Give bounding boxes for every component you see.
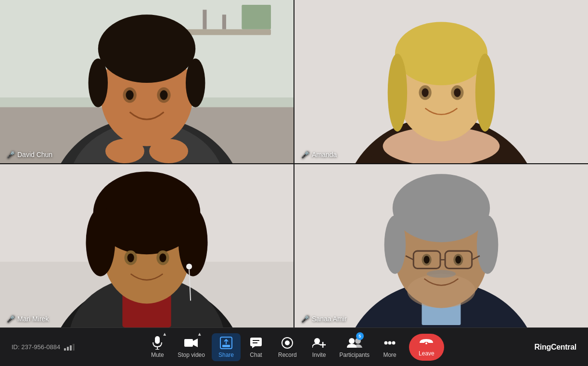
name-label-david: 🎤 David Chun xyxy=(7,151,52,158)
name-label-mari: 🎤 Mari Mirek xyxy=(7,315,49,323)
svg-point-84 xyxy=(285,340,290,345)
mute-chevron: ▲ xyxy=(162,331,167,337)
svg-point-88 xyxy=(349,338,355,344)
svg-point-72 xyxy=(455,256,461,263)
more-label: More xyxy=(383,352,396,358)
share-label: Share xyxy=(218,352,234,358)
svg-point-12 xyxy=(89,58,108,107)
video-cell-sanaa: 🎤 Sanaa Amir xyxy=(294,164,588,327)
leave-icon xyxy=(420,338,433,348)
svg-point-18 xyxy=(105,139,144,163)
more-icon xyxy=(383,336,396,350)
svg-point-16 xyxy=(126,90,133,100)
svg-point-11 xyxy=(98,14,195,83)
video-grid: 🎤 David Chun xyxy=(0,0,588,327)
svg-point-19 xyxy=(149,139,188,163)
svg-point-62 xyxy=(477,215,499,274)
svg-point-28 xyxy=(395,22,487,86)
svg-point-45 xyxy=(179,208,208,276)
svg-rect-4 xyxy=(222,14,226,29)
svg-rect-3 xyxy=(203,10,206,29)
signal-bar-2 xyxy=(67,347,69,351)
mute-button[interactable]: ▲ Mute xyxy=(144,333,171,361)
participants-button[interactable]: 5 Participants xyxy=(334,333,374,361)
svg-rect-77 xyxy=(184,339,193,347)
svg-point-44 xyxy=(86,208,115,276)
name-label-sanaa: 🎤 Sanaa Amir xyxy=(301,315,346,323)
mic-icon-sanaa: 🎤 xyxy=(301,315,309,323)
stop-video-icon: ▲ xyxy=(184,336,199,350)
meeting-id: ID: 237-956-0884 xyxy=(12,343,60,351)
mute-icon: ▲ xyxy=(151,336,164,350)
svg-point-52 xyxy=(159,253,166,262)
signal-bar-4 xyxy=(73,344,75,351)
video-chevron: ▲ xyxy=(197,331,202,337)
invite-icon xyxy=(312,336,326,350)
brand-logo: RingCentral xyxy=(535,343,576,352)
mute-label: Mute xyxy=(151,352,164,358)
svg-point-51 xyxy=(128,253,134,262)
svg-rect-80 xyxy=(250,338,262,346)
svg-point-30 xyxy=(475,53,495,131)
invite-label: Invite xyxy=(312,352,326,358)
brand-central: Central xyxy=(551,343,576,351)
svg-point-17 xyxy=(160,90,167,100)
video-cell-amanda: 🎤 Amanda xyxy=(294,0,588,163)
svg-point-90 xyxy=(384,341,388,344)
svg-point-61 xyxy=(384,215,406,274)
toolbar: ID: 237-956-0884 ▲ xyxy=(0,327,588,366)
video-cell-david: 🎤 David Chun xyxy=(0,0,294,163)
svg-point-46 xyxy=(105,179,188,227)
mic-icon-david: 🎤 xyxy=(7,151,15,158)
svg-point-94 xyxy=(425,342,427,344)
leave-button[interactable]: Leave xyxy=(409,334,444,361)
share-button[interactable]: Share xyxy=(212,333,241,361)
participants-badge: 5 xyxy=(356,332,364,340)
svg-point-63 xyxy=(407,274,475,308)
svg-point-47 xyxy=(186,263,192,269)
invite-button[interactable]: Invite xyxy=(306,333,333,361)
video-cell-mari: 🎤 Mari Mirek xyxy=(0,164,294,327)
svg-point-92 xyxy=(392,341,396,344)
record-button[interactable]: Record xyxy=(271,333,304,361)
svg-point-73 xyxy=(427,270,456,278)
share-icon xyxy=(219,336,233,350)
signal-bar-3 xyxy=(70,345,72,351)
stop-video-label: Stop video xyxy=(178,352,205,358)
signal-bar-1 xyxy=(64,348,66,351)
svg-rect-2 xyxy=(183,29,271,35)
leave-label: Leave xyxy=(419,350,435,357)
brand-ring: Ring xyxy=(535,343,551,351)
svg-rect-5 xyxy=(242,5,271,29)
svg-rect-74 xyxy=(155,336,160,344)
mic-icon-mari: 🎤 xyxy=(7,315,15,323)
svg-point-60 xyxy=(393,174,490,242)
toolbar-left: ID: 237-956-0884 xyxy=(12,343,89,351)
video-conference-app: 🎤 David Chun xyxy=(0,0,588,366)
svg-point-34 xyxy=(454,88,460,97)
svg-point-85 xyxy=(314,338,320,344)
mic-icon-amanda: 🎤 xyxy=(301,151,309,158)
svg-rect-79 xyxy=(222,345,230,347)
svg-point-13 xyxy=(186,58,205,107)
svg-point-29 xyxy=(388,53,407,131)
chat-label: Chat xyxy=(250,352,262,358)
signal-strength xyxy=(64,344,75,351)
svg-point-71 xyxy=(424,256,430,263)
record-label: Record xyxy=(278,352,297,358)
toolbar-right: RingCentral xyxy=(499,343,576,352)
toolbar-center: ▲ Mute ▲ Stop video xyxy=(144,333,444,361)
name-label-amanda: 🎤 Amanda xyxy=(301,151,337,158)
chat-icon xyxy=(249,336,263,350)
more-button[interactable]: More xyxy=(376,333,403,361)
record-icon xyxy=(281,336,294,350)
svg-point-33 xyxy=(422,88,429,97)
stop-video-button[interactable]: ▲ Stop video xyxy=(173,333,210,361)
participants-icon: 5 xyxy=(346,336,363,350)
chat-button[interactable]: Chat xyxy=(243,333,269,361)
svg-point-91 xyxy=(388,341,392,344)
participants-label: Participants xyxy=(339,352,370,358)
